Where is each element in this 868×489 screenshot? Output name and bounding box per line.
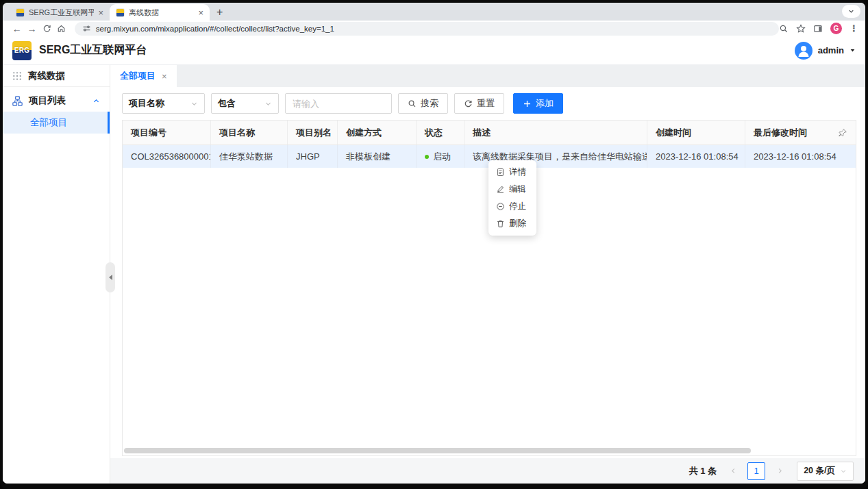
- column-header: 创建方式: [338, 121, 417, 145]
- row-context-menu: 详情 编辑 停止 删除: [488, 160, 536, 236]
- url-text: serg.mixyun.com/mixapplication/#/collect…: [96, 25, 334, 33]
- column-header: 创建时间: [647, 121, 745, 145]
- home-icon[interactable]: [54, 24, 69, 33]
- column-header-label: 最后修改时间: [754, 127, 807, 139]
- sidebar-collapse-handle[interactable]: [106, 262, 115, 292]
- trash-icon: [496, 219, 505, 228]
- site-settings-icon[interactable]: [82, 24, 91, 33]
- bookmark-star-icon[interactable]: [796, 24, 806, 34]
- tab-search-button[interactable]: [842, 5, 860, 18]
- browser-tab-strip: SERG工业互联网平台 × 离线数据 × +: [3, 3, 865, 21]
- horizontal-scrollbar[interactable]: [123, 446, 856, 455]
- sidebar-item-label: 全部项目: [30, 116, 67, 129]
- pagination-page-1[interactable]: 1: [747, 462, 765, 480]
- content-tab-bar: 全部项目 ×: [110, 65, 865, 87]
- sidebar-item-all-projects[interactable]: 全部项目: [3, 112, 110, 134]
- context-menu-detail[interactable]: 详情: [488, 164, 536, 181]
- address-bar-actions: G ⋮: [779, 23, 858, 34]
- pagination-next-button[interactable]: [771, 463, 788, 479]
- context-menu-label: 编辑: [509, 184, 526, 195]
- add-button[interactable]: 添加: [513, 93, 563, 114]
- context-menu-edit[interactable]: 编辑: [488, 181, 536, 198]
- page-size-value: 20 条/页: [804, 465, 835, 477]
- serg-favicon-icon: [116, 8, 125, 17]
- cell-status: 启动: [417, 145, 464, 168]
- field-select[interactable]: 项目名称: [122, 93, 205, 114]
- column-header: 状态: [417, 121, 464, 145]
- tab-all-projects[interactable]: 全部项目 ×: [110, 65, 177, 87]
- edit-icon: [496, 185, 505, 194]
- chevron-left-icon: [109, 275, 112, 280]
- pagination-total: 共 1 条: [689, 465, 717, 477]
- tab-close-icon[interactable]: ×: [198, 8, 203, 17]
- browser-address-bar: ← → serg.mixyun.com/mixapplication/#/col…: [3, 21, 865, 36]
- sidebar-group-project-list[interactable]: 项目列表: [3, 90, 110, 112]
- zoom-icon[interactable]: [779, 24, 789, 34]
- scrollbar-thumb[interactable]: [124, 448, 751, 453]
- back-icon[interactable]: ←: [10, 23, 25, 34]
- tab-label: 全部项目: [120, 70, 156, 82]
- status-running-dot: [425, 155, 429, 159]
- user-menu[interactable]: admin: [795, 42, 856, 60]
- new-tab-button[interactable]: +: [216, 6, 223, 18]
- chevron-right-icon: [776, 467, 784, 475]
- add-button-label: 添加: [536, 97, 554, 110]
- reload-icon[interactable]: [39, 24, 54, 33]
- sidebar-module-header[interactable]: 离线数据: [3, 65, 110, 87]
- cell-modify-time: 2023-12-16 01:08:54: [745, 145, 856, 168]
- plus-icon: [523, 99, 532, 108]
- chevron-down-icon: [190, 100, 198, 108]
- cell-create-time: 2023-12-16 01:08:54: [647, 145, 745, 168]
- sidebar: 离线数据 项目列表 全部项目: [3, 65, 110, 484]
- column-header: 项目名称: [211, 121, 288, 145]
- pagination-prev-button[interactable]: [725, 463, 741, 479]
- column-header: 项目编号: [123, 121, 211, 145]
- serg-favicon-icon: [16, 8, 25, 17]
- cell-project-name: 佳华泵站数据: [211, 145, 288, 168]
- user-avatar-icon: [795, 42, 813, 60]
- browser-profile-avatar[interactable]: G: [830, 23, 842, 34]
- caret-down-icon: [850, 47, 856, 53]
- context-menu-label: 删除: [509, 218, 526, 229]
- reset-icon: [464, 99, 473, 108]
- search-button-label: 搜索: [421, 97, 438, 110]
- app-body: 离线数据 项目列表 全部项目 全部项目 ×: [3, 65, 865, 484]
- browser-menu-icon[interactable]: ⋮: [850, 23, 858, 34]
- sidebar-module-title: 离线数据: [28, 70, 65, 82]
- document-icon: [496, 168, 505, 177]
- tab-close-icon[interactable]: ×: [162, 71, 167, 82]
- page-size-select[interactable]: 20 条/页: [797, 462, 854, 481]
- pin-icon[interactable]: [838, 128, 847, 138]
- reset-button[interactable]: 重置: [454, 93, 504, 114]
- search-icon: [408, 99, 417, 108]
- forward-icon[interactable]: →: [25, 23, 40, 34]
- app-grid-icon: [12, 71, 22, 81]
- app-title: SERG工业互联网平台: [39, 43, 147, 58]
- browser-tab-offline-data[interactable]: 离线数据 ×: [110, 4, 210, 21]
- tab-close-icon[interactable]: ×: [98, 8, 103, 17]
- context-menu-delete[interactable]: 删除: [488, 215, 536, 232]
- column-header: 项目别名: [288, 121, 338, 145]
- serg-logo: ERG: [12, 41, 32, 60]
- operator-select-value: 包含: [218, 97, 236, 110]
- context-menu-label: 停止: [509, 201, 526, 212]
- browser-tab-serg[interactable]: SERG工业互联网平台 ×: [10, 4, 110, 21]
- chevron-left-icon: [730, 467, 737, 475]
- column-header: 描述: [464, 121, 647, 145]
- app-header: ERG SERG工业互联网平台 admin: [3, 36, 865, 65]
- side-panel-icon[interactable]: [813, 24, 823, 34]
- search-input[interactable]: [285, 93, 392, 114]
- operator-select[interactable]: 包含: [211, 93, 279, 114]
- context-menu-stop[interactable]: 停止: [488, 198, 536, 215]
- browser-window: SERG工业互联网平台 × 离线数据 × + ← →: [3, 3, 865, 484]
- window-frame: SERG工业互联网平台 × 离线数据 × + ← →: [0, 0, 868, 489]
- url-bar[interactable]: serg.mixyun.com/mixapplication/#/collect…: [75, 22, 779, 36]
- search-button[interactable]: 搜索: [398, 93, 448, 114]
- cell-project-no: COL3265368000001: [123, 145, 211, 168]
- table-header-row: 项目编号 项目名称 项目别名 创建方式 状态 描述 创建时间 最后修改时间: [123, 121, 856, 145]
- reset-button-label: 重置: [477, 97, 495, 110]
- chevron-down-icon: [264, 100, 272, 108]
- column-header-last: 最后修改时间: [745, 121, 856, 145]
- chevron-down-icon: [847, 8, 855, 15]
- pagination-bar: 共 1 条 1 20 条/页: [110, 458, 865, 484]
